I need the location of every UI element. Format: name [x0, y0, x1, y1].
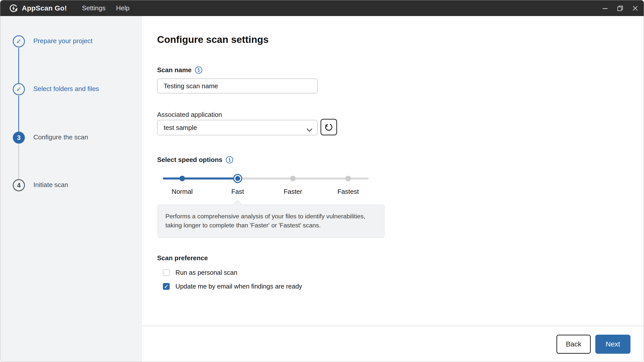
- associated-application-label-row: Associated application: [157, 111, 222, 119]
- step-circle-1: ✓ 1: [13, 35, 25, 47]
- app-window: AppScan Go! Settings Help: [0, 0, 644, 362]
- slider-stop-normal[interactable]: [179, 176, 185, 181]
- slider-track-fill: [163, 177, 238, 179]
- associated-application-select[interactable]: test sample: [157, 120, 318, 135]
- scan-name-input[interactable]: [157, 78, 318, 94]
- back-button[interactable]: Back: [556, 335, 591, 354]
- wizard-footer: Back Next: [142, 326, 644, 362]
- close-icon[interactable]: [632, 5, 639, 12]
- step-label-3: Configure the scan: [33, 133, 88, 141]
- slider-stop-fastest[interactable]: [345, 176, 351, 181]
- step-connector: [18, 48, 19, 83]
- speed-tooltip: Performs a comprehensive analysis of you…: [158, 205, 384, 238]
- check-icon: ✓: [164, 284, 168, 289]
- window-controls: [602, 5, 639, 12]
- step-label-4: Initiate scan: [33, 181, 68, 189]
- slider-stop-faster[interactable]: [290, 176, 296, 181]
- personal-scan-checkbox-label[interactable]: Run as personal scan: [175, 269, 237, 276]
- personal-scan-checkbox[interactable]: ✓: [163, 269, 170, 276]
- slider-label-normal[interactable]: Normal: [172, 188, 193, 196]
- speed-slider: Normal Fast Faster Fastest: [163, 176, 369, 181]
- page-title: Configure scan settings: [157, 34, 269, 45]
- main-panel: Configure scan settings Scan name: [142, 16, 644, 362]
- menu-settings[interactable]: Settings: [82, 4, 106, 12]
- appscan-logo-icon: [9, 4, 18, 13]
- menu-help[interactable]: Help: [116, 4, 130, 12]
- check-icon: ✓: [16, 38, 22, 45]
- selected-application: test sample: [164, 124, 197, 132]
- scan-name-label: Scan name: [157, 66, 191, 74]
- personal-scan-row: ✓ Run as personal scan: [163, 269, 237, 276]
- refresh-counterclockwise-icon: [324, 122, 334, 133]
- step-label-1[interactable]: Prepare your project: [33, 37, 93, 45]
- email-update-checkbox[interactable]: ✓: [163, 283, 170, 290]
- email-update-checkbox-label[interactable]: Update me by email when findings are rea…: [175, 283, 302, 290]
- step-connector: [18, 144, 19, 179]
- speed-options-label: Select speed options: [157, 156, 222, 164]
- step-circle-2: ✓ 2: [13, 83, 25, 95]
- check-icon: ✓: [16, 86, 22, 93]
- associated-application-label: Associated application: [157, 111, 222, 119]
- window-body: ✓ 1 Prepare your project ✓ 2 Select fold…: [0, 16, 644, 362]
- step-connector: [18, 96, 19, 132]
- chevron-down-icon: [306, 126, 313, 134]
- slider-thumb-fast[interactable]: [233, 174, 242, 183]
- step-circle-4: ✓ 4: [13, 179, 25, 191]
- minimize-icon[interactable]: [602, 5, 609, 12]
- refresh-applications-button[interactable]: [320, 119, 337, 135]
- scan-preference-label-row: Scan preference: [157, 254, 208, 262]
- slider-label-fast[interactable]: Fast: [231, 188, 244, 196]
- email-update-row: ✓ Update me by email when findings are r…: [163, 283, 302, 290]
- slider-label-faster[interactable]: Faster: [284, 188, 302, 196]
- scan-settings-panel: Configure scan settings Scan name: [142, 16, 644, 326]
- app-title: AppScan Go!: [22, 4, 67, 12]
- info-icon[interactable]: [226, 156, 233, 164]
- speed-options-label-row: Select speed options: [157, 156, 233, 164]
- next-button[interactable]: Next: [595, 335, 630, 354]
- restore-icon[interactable]: [617, 5, 624, 12]
- slider-label-fastest[interactable]: Fastest: [337, 188, 359, 196]
- info-icon[interactable]: [195, 66, 203, 74]
- scan-name-label-row: Scan name: [157, 66, 203, 74]
- step-circle-3: ✓ 3: [13, 132, 25, 144]
- step-label-2[interactable]: Select folders and files: [33, 85, 99, 93]
- screen: AppScan Go! Settings Help: [0, 0, 644, 362]
- scan-preference-label: Scan preference: [157, 254, 208, 262]
- wizard-sidebar: ✓ 1 Prepare your project ✓ 2 Select fold…: [0, 16, 142, 362]
- titlebar: AppScan Go! Settings Help: [0, 0, 644, 16]
